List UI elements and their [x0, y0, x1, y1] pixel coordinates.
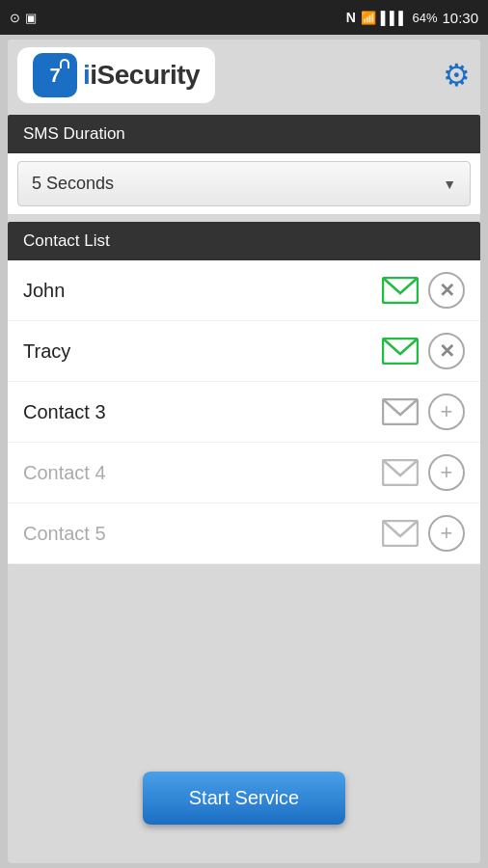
mail-icon-3[interactable] [380, 396, 420, 427]
contact-row-john: John ✕ [8, 260, 480, 321]
contact-name-5: Contact 5 [23, 523, 380, 545]
contact-list-card: Contact List John ✕ Tracy [8, 222, 480, 564]
mail-icon-5[interactable] [380, 518, 420, 549]
logo-icon: 7 [33, 53, 77, 97]
logo-number: 7 [49, 65, 60, 87]
status-bar-left: ⊙ ▣ [10, 11, 37, 25]
dropdown-container: 5 Seconds ▼ [8, 153, 480, 214]
remove-tracy-button[interactable]: ✕ [428, 333, 465, 369]
contact-actions-4: + [380, 454, 465, 491]
contact-row-4: Contact 4 + [8, 443, 480, 503]
dropdown-selected-value: 5 Seconds [32, 174, 114, 194]
wifi-icon: 📶 [361, 11, 376, 25]
dropdown-arrow-icon: ▼ [443, 176, 456, 192]
logo-text-security: iSecurity [90, 60, 200, 90]
contact-actions-5: + [380, 515, 465, 552]
main-container: 7 iiSecurity ⚙ SMS Duration 5 Seconds ▼ … [8, 40, 480, 863]
mail-icon-4[interactable] [380, 457, 420, 488]
contact-row-5: Contact 5 + [8, 503, 480, 564]
bottom-area: Start Service [8, 568, 480, 863]
time-label: 10:30 [442, 10, 478, 26]
add-contact-5-button[interactable]: + [428, 515, 465, 552]
gear-icon: ⚙ [443, 57, 471, 94]
sms-duration-card: SMS Duration 5 Seconds ▼ [8, 115, 480, 214]
status-bar: ⊙ ▣ N 📶 ▌▌▌ 64% 10:30 [0, 0, 488, 35]
signal-icon: ▌▌▌ [381, 11, 408, 25]
contact-row-tracy: Tracy ✕ [8, 321, 480, 382]
image-icon: ▣ [25, 11, 37, 25]
contact-row-3: Contact 3 + [8, 382, 480, 443]
add-contact-4-button[interactable]: + [428, 454, 465, 491]
mail-icon-john[interactable] [380, 275, 420, 306]
logo-text: iiSecurity [83, 60, 200, 91]
contact-list-header: Contact List [8, 222, 480, 260]
status-bar-right: N 📶 ▌▌▌ 64% 10:30 [346, 10, 478, 26]
contact-actions-tracy: ✕ [380, 333, 465, 369]
sms-duration-dropdown[interactable]: 5 Seconds ▼ [17, 161, 471, 206]
settings-button[interactable]: ⚙ [443, 57, 471, 94]
contact-name-tracy: Tracy [23, 340, 380, 363]
sms-duration-header: SMS Duration [8, 115, 480, 153]
contact-actions-john: ✕ [380, 272, 465, 309]
mail-icon-tracy[interactable] [380, 336, 420, 366]
contact-name-4: Contact 4 [23, 462, 380, 484]
header: 7 iiSecurity ⚙ [8, 40, 480, 111]
contact-name-john: John [23, 280, 380, 302]
add-contact-3-button[interactable]: + [428, 393, 465, 430]
notification-icon: ⊙ [10, 11, 20, 25]
remove-john-button[interactable]: ✕ [428, 272, 465, 309]
n-icon: N [346, 10, 356, 25]
contact-name-3: Contact 3 [23, 401, 380, 423]
start-service-button[interactable]: Start Service [143, 772, 345, 825]
battery-label: 64% [412, 11, 437, 25]
contact-actions-3: + [380, 393, 465, 430]
logo-container: 7 iiSecurity [17, 47, 215, 103]
wifi-arc-icon [60, 59, 69, 68]
